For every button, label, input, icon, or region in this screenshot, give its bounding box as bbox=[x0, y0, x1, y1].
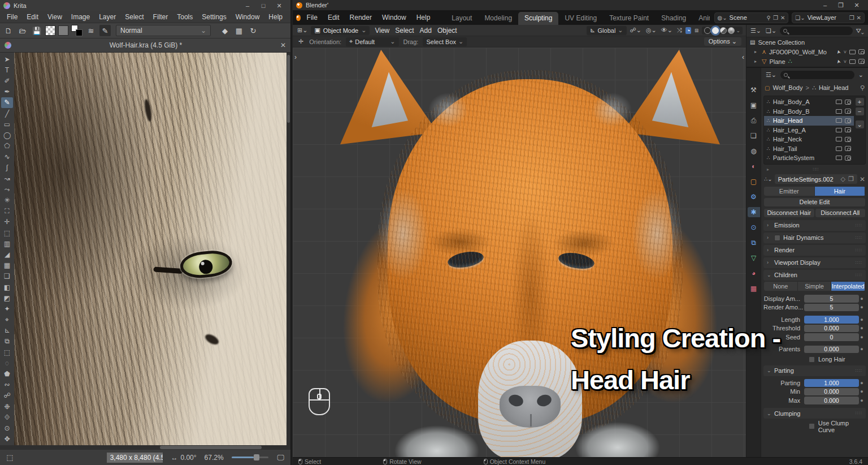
pin-icon[interactable]: ⚲ bbox=[767, 15, 771, 21]
animate-dot-icon[interactable]: ● bbox=[859, 317, 865, 322]
particle-system-row[interactable]: ∴Hair_Neck bbox=[764, 135, 854, 144]
panel-emission[interactable]: ›Emission∷∷ bbox=[763, 220, 866, 231]
reload-preset-icon[interactable]: ↻ bbox=[248, 25, 259, 36]
properties-type-icon[interactable]: ☲⌄ bbox=[765, 71, 778, 79]
viewport-menu-object[interactable]: Object bbox=[435, 27, 460, 35]
tool-pattern[interactable]: ▦ bbox=[1, 260, 13, 271]
krita-menu-window[interactable]: Window bbox=[231, 12, 264, 22]
krita-close-button[interactable]: ✕ bbox=[271, 2, 287, 10]
type-emitter-button[interactable]: Emitter bbox=[764, 187, 815, 196]
disconnect-all-button[interactable]: Disconnect All bbox=[815, 209, 866, 217]
properties-tab-object-data[interactable]: ▽ bbox=[748, 253, 760, 263]
active-tool-icon[interactable]: ✛ bbox=[297, 38, 305, 45]
viewport-menu-view[interactable]: View bbox=[372, 27, 392, 35]
sidebar-expand-icon[interactable]: ‹ bbox=[742, 53, 744, 61]
xray-toggle-icon[interactable]: ⧈ bbox=[693, 27, 700, 34]
viewport-visibility-icon[interactable] bbox=[836, 100, 842, 104]
hair-dynamics-checkbox[interactable] bbox=[774, 235, 780, 241]
blender-menu-render[interactable]: Render bbox=[345, 12, 377, 23]
fg-bg-colors[interactable] bbox=[71, 25, 83, 36]
tool-ellipse[interactable]: ◯ bbox=[1, 130, 13, 140]
krita-menu-select[interactable]: Select bbox=[120, 12, 148, 22]
animate-dot-icon[interactable]: ● bbox=[859, 389, 865, 394]
pattern-swatch[interactable] bbox=[58, 25, 68, 36]
krita-menu-file[interactable]: File bbox=[2, 12, 22, 22]
selection-display-icon[interactable]: ⬚ bbox=[6, 452, 14, 463]
properties-tab-constraints[interactable]: ⧉ bbox=[748, 238, 760, 248]
outliner-row-jf0o0p00_wolf_mo[interactable]: ▸⋏JF0O0P00_Wolf_Mo➤˅ bbox=[747, 47, 868, 57]
properties-tab-texture[interactable]: ▦ bbox=[748, 283, 760, 294]
visibility-dropdown-icon[interactable]: 👁⌄ bbox=[660, 27, 674, 34]
disclosure-icon[interactable]: ▸ bbox=[754, 49, 759, 54]
render-visibility-icon[interactable] bbox=[858, 59, 865, 64]
blender-menu-window[interactable]: Window bbox=[377, 12, 411, 23]
particle-system-row[interactable]: ∴Hair_Tail bbox=[764, 144, 854, 154]
hide-icon[interactable]: ˅ bbox=[844, 59, 847, 64]
preserve-alpha-icon[interactable]: ▦ bbox=[233, 25, 245, 36]
blender-menu-icon[interactable] bbox=[296, 15, 301, 21]
options-dropdown[interactable]: Options ⌄ bbox=[704, 37, 741, 46]
zoom-level[interactable]: 67.2% bbox=[205, 454, 224, 462]
copy-id-icon[interactable]: ❐ bbox=[848, 175, 854, 183]
tool-gradient[interactable]: ▥ bbox=[1, 238, 13, 249]
tool-ellipse-select[interactable]: ◌ bbox=[1, 358, 13, 368]
properties-tab-scene[interactable]: ◍ bbox=[748, 146, 760, 156]
properties-tab-material[interactable]: ◕ bbox=[748, 268, 760, 278]
3d-viewport[interactable]: › ‹ bbox=[293, 48, 746, 457]
toolbar-expand-icon[interactable]: › bbox=[294, 53, 297, 61]
tool-freehand-select[interactable]: ∾ bbox=[1, 380, 13, 390]
drag-dropdown[interactable]: Select Box⌄ bbox=[423, 37, 467, 46]
image-dimensions[interactable]: 3,480 x 8,480 (4.5 GiB bbox=[107, 453, 163, 463]
vertical-scrollbar[interactable] bbox=[287, 53, 290, 445]
krita-menu-view[interactable]: View bbox=[43, 12, 67, 22]
snap-magnet-icon[interactable]: ☍⌄ bbox=[629, 27, 643, 34]
viewport-visibility-icon[interactable] bbox=[836, 137, 842, 141]
tool-crop[interactable]: ⬚ bbox=[1, 227, 13, 238]
blender-close-button[interactable]: ✕ bbox=[849, 2, 865, 9]
viewport-visibility-icon[interactable] bbox=[849, 50, 856, 54]
render-visibility-icon[interactable] bbox=[845, 127, 851, 132]
material-preview-icon[interactable] bbox=[720, 27, 727, 34]
particles-icon[interactable]: ∴⌄ bbox=[764, 176, 772, 182]
krita-menu-tools[interactable]: Tools bbox=[172, 12, 197, 22]
field-value[interactable]: 1.000 bbox=[804, 379, 859, 387]
render-visibility-icon[interactable] bbox=[845, 137, 851, 142]
animate-dot-icon[interactable]: ● bbox=[859, 304, 865, 310]
workspace-tab-texture-paint[interactable]: Texture Paint bbox=[603, 12, 655, 25]
transform-orientation-dropdown[interactable]: ⊾ Global⌄ bbox=[587, 26, 626, 35]
gradient-swatch[interactable] bbox=[45, 25, 55, 36]
tool-magnetic-select[interactable]: ☍ bbox=[1, 390, 13, 401]
use-clump-curve-checkbox[interactable]: Use Clump Curve bbox=[763, 422, 866, 430]
panel-viewport-display[interactable]: ›Viewport Display∷∷ bbox=[763, 257, 866, 268]
particle-system-row[interactable]: ∴Hair_Head bbox=[764, 116, 854, 126]
field-value[interactable]: 0.000 bbox=[804, 397, 859, 404]
particle-system-row[interactable]: ∴ParticleSystem bbox=[764, 153, 854, 163]
properties-tab-render[interactable]: ▣ bbox=[748, 100, 760, 110]
tool-similar-select[interactable]: ❉ bbox=[1, 401, 13, 412]
properties-tab-tool[interactable]: ⚒ bbox=[748, 85, 760, 95]
long-hair-checkbox[interactable]: Long Hair bbox=[763, 355, 866, 364]
workspace-tab-shading[interactable]: Shading bbox=[655, 12, 692, 25]
close-document-icon[interactable]: ✕ bbox=[280, 41, 286, 49]
krita-menu-edit[interactable]: Edit bbox=[22, 12, 43, 22]
outliner-type-icon[interactable]: ☰⌄ bbox=[749, 27, 762, 35]
panel-children[interactable]: ⌄Children∷∷ bbox=[763, 270, 866, 281]
viewport-menu-add[interactable]: Add bbox=[417, 27, 435, 35]
viewlayer-browse-icon[interactable]: ❏⌄ bbox=[795, 15, 805, 21]
animate-dot-icon[interactable]: ● bbox=[859, 398, 865, 403]
tool-reference-images[interactable]: ⧉ bbox=[1, 336, 13, 347]
tool-dynamic-brush[interactable]: ⤳ bbox=[1, 184, 13, 195]
tool-rectangle[interactable]: ▭ bbox=[1, 119, 13, 130]
tool-color-sampler[interactable]: ◢ bbox=[1, 249, 13, 260]
delete-edit-button[interactable]: Delete Edit bbox=[764, 198, 865, 206]
workspace-tab-modeling[interactable]: Modeling bbox=[478, 12, 518, 25]
shading-dropdown-icon[interactable]: ⌄ bbox=[736, 28, 740, 33]
disclosure-icon[interactable]: ▸ bbox=[754, 59, 759, 64]
proportional-editing-icon[interactable]: ◎⌄ bbox=[645, 27, 658, 34]
tool-bezier-curve[interactable]: ∫ bbox=[1, 162, 13, 173]
viewport-visibility-icon[interactable] bbox=[836, 156, 842, 160]
blender-menu-file[interactable]: File bbox=[302, 12, 323, 23]
children-mode-simple-button[interactable]: Simple bbox=[798, 282, 832, 291]
expand-icon[interactable]: ▸ bbox=[767, 167, 769, 172]
rendered-shading-icon[interactable] bbox=[728, 27, 735, 34]
